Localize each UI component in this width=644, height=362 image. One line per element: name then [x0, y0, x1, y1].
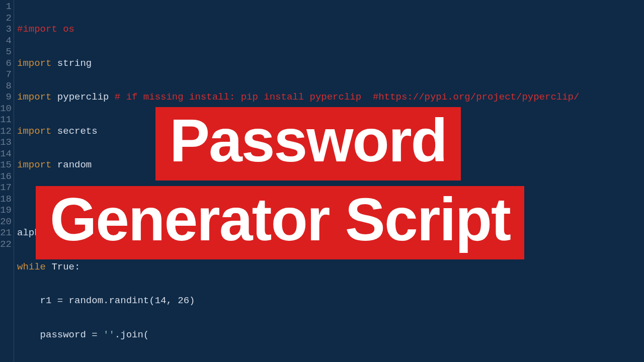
line-number: 14 [0, 148, 12, 160]
code-line: import pyperclip # if missing install: p… [17, 92, 579, 103]
line-number: 8 [0, 80, 12, 92]
line-number: 9 [0, 92, 12, 103]
line-number: 18 [0, 194, 12, 205]
line-number: 15 [0, 159, 12, 171]
code-line: import string [17, 58, 579, 69]
line-number: 4 [0, 35, 12, 47]
line-number: 6 [0, 58, 12, 69]
line-number: 11 [0, 114, 12, 126]
line-number: 20 [0, 216, 12, 228]
line-number: 21 [0, 227, 12, 239]
line-number: 1 [0, 1, 12, 13]
code-line: #import os [17, 24, 579, 35]
line-number: 2 [0, 13, 12, 24]
line-number-gutter: 1 2 3 4 5 6 7 8 9 10 11 12 13 14 15 16 1… [0, 0, 14, 362]
code-line: password = ''.join( [17, 329, 579, 341]
line-number: 17 [0, 182, 12, 194]
code-line: while True: [17, 261, 579, 273]
title-overlay-line2: Generator Script [36, 186, 524, 259]
title-overlay-line1: Password [155, 107, 461, 180]
code-area[interactable]: #import os import string import pypercli… [14, 0, 579, 362]
code-editor: 1 2 3 4 5 6 7 8 9 10 11 12 13 14 15 16 1… [0, 0, 644, 362]
line-number: 10 [0, 103, 12, 115]
code-line: r1 = random.randint(14, 26) [17, 295, 579, 307]
line-number: 7 [0, 69, 12, 80]
line-number: 13 [0, 137, 12, 148]
line-number: 16 [0, 171, 12, 183]
line-number: 19 [0, 205, 12, 216]
line-number: 12 [0, 126, 12, 137]
line-number: 5 [0, 46, 12, 58]
line-number: 22 [0, 239, 12, 250]
line-number: 3 [0, 24, 12, 35]
